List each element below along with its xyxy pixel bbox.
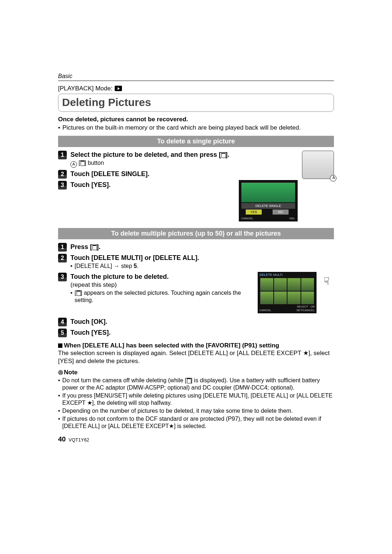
thumb [301, 278, 314, 291]
delete-multi-screen: DELETE MULTI CANCEL SET/CANCEL SELECT · … [258, 272, 317, 313]
thumb [287, 278, 301, 291]
s2-step2: 2 Touch [DELETE MULTI] or [DELETE ALL]. … [58, 254, 334, 271]
multi-grid [260, 278, 314, 304]
star-icon: ★ [303, 349, 309, 357]
s2-step3-title: Touch the picture to be deleted. [70, 273, 253, 281]
s2-step1-title: Press []. [70, 243, 334, 251]
thumb [260, 278, 273, 291]
multi-bottom2: SELECT · OK [260, 305, 315, 309]
circle-a-icon: A [70, 161, 77, 168]
page-title: Deleting Pictures [62, 95, 330, 109]
multi-bottom: CANCEL SET/CANCEL [260, 309, 315, 312]
star-icon: ★ [87, 399, 92, 407]
page-number: 40 [58, 435, 66, 443]
step-number-3: 3 [58, 181, 67, 190]
s2-step2-bullet: • [DELETE ALL] → step 5. [70, 262, 334, 270]
s1-step2-title: Touch [DELETE SINGLE]. [70, 170, 298, 178]
step-number-1b: 1 [58, 243, 67, 252]
multi-header: DELETE MULTI [260, 273, 283, 277]
s2-step3-sub: (repeat this step) [70, 281, 253, 289]
s1-step1-title: Select the picture to be deleted, and th… [70, 151, 298, 159]
manual-page: Basic [PLAYBACK] Mode: Deleting Pictures… [58, 73, 334, 444]
note-4: • If pictures do not conform to the DCF … [58, 415, 334, 430]
note-1: • Do not turn the camera off while delet… [58, 377, 334, 391]
step-number-1: 1 [58, 151, 67, 159]
step-number-2: 2 [58, 170, 67, 179]
thumb [274, 292, 287, 304]
thumb [260, 292, 273, 304]
camera-figure [302, 151, 334, 179]
playback-mode-row: [PLAYBACK] Mode: [58, 85, 334, 92]
screen-no-btn: NO [273, 209, 289, 215]
s1-step1: 1 Select the picture to be deleted, and … [58, 151, 298, 168]
s2-step4-title: Touch [OK]. [70, 318, 334, 326]
section-bar-single: To delete a single picture [58, 136, 334, 147]
thumb [274, 278, 287, 291]
screen-figure-single: DELETE SINGLE YES NO CANCEL DEL [239, 180, 298, 221]
step-number-4: 4 [58, 318, 67, 326]
s2-step2-title: Touch [DELETE MULTI] or [DELETE ALL]. [70, 254, 334, 262]
screen-photo [241, 183, 295, 202]
s2-step3: 3 Touch the picture to be deleted. (repe… [58, 273, 253, 305]
note-2: • If you press [MENU/SET] while deleting… [58, 392, 334, 407]
hand-icon: ☟ [319, 275, 334, 288]
multi-figure-wrap: DELETE MULTI CANCEL SET/CANCEL SELECT · … [258, 272, 334, 313]
star-icon: ★ [169, 423, 174, 430]
playback-label: [PLAYBACK] Mode: [58, 85, 113, 92]
trash-icon [76, 290, 81, 296]
favorite-heading: When [DELETE ALL] has been selected with… [58, 342, 334, 349]
note-label: Note [64, 369, 78, 376]
step-number-5: 5 [58, 329, 67, 337]
screen-bar-label: DELETE SINGLE [241, 203, 295, 209]
trash-icon [92, 245, 97, 250]
s2-step1: 1 Press []. [58, 243, 334, 252]
section-bar-multi: To delete multiple pictures (up to 50) o… [58, 228, 334, 239]
playback-icon [115, 86, 122, 91]
s1-step3: 3 Touch [YES]. [58, 181, 234, 190]
step-number-2b: 2 [58, 254, 67, 262]
note-icon [58, 370, 63, 375]
s1-step1-sub: A [] button [70, 159, 298, 168]
screen-yes-btn: YES [246, 209, 262, 215]
intro-bullet: • Pictures on the built-in memory or the… [58, 124, 334, 131]
trash-icon [187, 378, 191, 383]
s1-step2: 2 Touch [DELETE SINGLE]. [58, 170, 298, 179]
s2-step5: 5 Touch [YES]. [58, 329, 334, 337]
thumb [287, 292, 301, 304]
intro-bullet-text: Pictures on the built-in memory or the c… [62, 124, 301, 131]
notes-list: • Do not turn the camera off while delet… [58, 377, 334, 430]
section-label: Basic [58, 73, 334, 81]
title-box: Deleting Pictures [58, 94, 334, 112]
step-number-3b: 3 [58, 273, 67, 281]
doc-code: VQT1Y62 [69, 437, 89, 443]
screen-bottom-row: CANCEL DEL [241, 217, 295, 220]
square-bullet-icon [58, 343, 62, 348]
s2-step5-title: Touch [YES]. [70, 329, 334, 337]
camera-illustration [302, 151, 334, 179]
note-header: Note [58, 368, 334, 376]
favorite-body: The selection screen is displayed again.… [58, 349, 334, 365]
favorite-block: When [DELETE ALL] has been selected with… [58, 342, 334, 365]
warning-text: Once deleted, pictures cannot be recover… [58, 115, 334, 123]
page-footer: 40 VQT1Y62 [58, 435, 334, 444]
s2-step4: 4 Touch [OK]. [58, 318, 334, 326]
note-3: • Depending on the number of pictures to… [58, 407, 334, 415]
trash-icon [221, 152, 225, 158]
s2-step3-bullet: • [] appears on the selected pictures. T… [70, 289, 253, 304]
trash-icon [80, 160, 85, 166]
s1-step3-title: Touch [YES]. [70, 181, 234, 189]
thumb [301, 292, 314, 304]
bullet-dot: • [58, 124, 60, 131]
delete-single-screen: DELETE SINGLE YES NO CANCEL DEL [239, 180, 298, 221]
